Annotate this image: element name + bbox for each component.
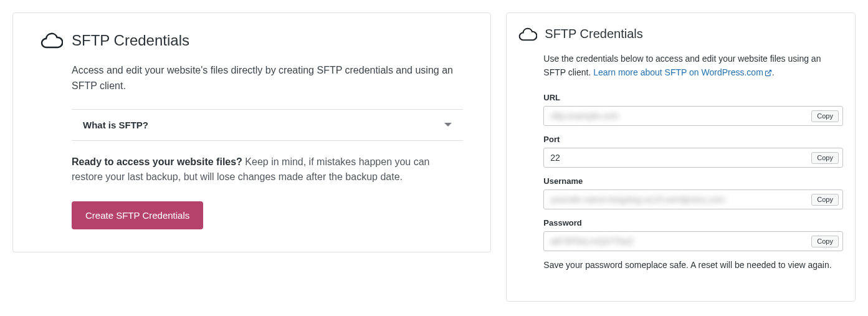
card-title-text: SFTP Credentials xyxy=(545,27,642,41)
username-field-block: Username yoursite-name-longslug-a123.wor… xyxy=(543,176,843,209)
card-title-row: SFTP Credentials xyxy=(41,32,463,49)
password-note: Save your password someplace safe. A res… xyxy=(543,260,843,270)
url-field-block: URL sftp.example.com Copy xyxy=(543,93,843,126)
password-field-block: Password aB7kP9xLmQ2rT5wZ Copy xyxy=(543,218,843,251)
what-is-sftp-accordion: What is SFTP? xyxy=(72,109,463,141)
create-sftp-credentials-button[interactable]: Create SFTP Credentials xyxy=(72,201,203,229)
cloud-icon xyxy=(518,27,537,41)
port-field: 22 Copy xyxy=(543,148,843,168)
copy-port-button[interactable]: Copy xyxy=(811,152,839,164)
copy-username-button[interactable]: Copy xyxy=(811,194,839,206)
card-title-text: SFTP Credentials xyxy=(72,32,189,49)
username-label: Username xyxy=(543,176,843,186)
port-value: 22 xyxy=(550,153,811,163)
username-field: yoursite-name-longslug-a123.wordpress.co… xyxy=(543,189,843,209)
learn-more-link[interactable]: Learn more about SFTP on WordPress.com xyxy=(593,67,772,77)
credentials-description: Use the credentials below to access and … xyxy=(543,52,843,80)
username-value: yoursite-name-longslug-a123.wordpress.co… xyxy=(550,194,811,204)
what-is-sftp-toggle[interactable]: What is SFTP? xyxy=(72,110,463,140)
card-description: Access and edit your website's files dir… xyxy=(72,63,463,94)
port-label: Port xyxy=(543,135,843,144)
copy-password-button[interactable]: Copy xyxy=(811,236,839,247)
ready-bold: Ready to access your website files? xyxy=(72,156,242,167)
url-field: sftp.example.com Copy xyxy=(543,106,843,126)
chevron-down-icon xyxy=(444,123,452,127)
sftp-credentials-card: SFTP Credentials Use the credentials bel… xyxy=(506,12,856,302)
svg-line-0 xyxy=(768,70,771,74)
port-field-block: Port 22 Copy xyxy=(543,135,843,168)
password-label: Password xyxy=(543,218,843,227)
cloud-icon xyxy=(41,32,63,49)
url-value: sftp.example.com xyxy=(550,111,811,121)
accordion-label: What is SFTP? xyxy=(83,120,148,130)
desc-suffix: . xyxy=(772,67,775,77)
card-title-row: SFTP Credentials xyxy=(518,27,843,41)
url-label: URL xyxy=(543,93,843,102)
sftp-create-card: SFTP Credentials Access and edit your we… xyxy=(12,12,491,252)
password-field: aB7kP9xLmQ2rT5wZ Copy xyxy=(543,231,843,251)
password-value: aB7kP9xLmQ2rT5wZ xyxy=(550,236,811,246)
copy-url-button[interactable]: Copy xyxy=(811,110,839,122)
external-link-icon xyxy=(765,67,772,81)
ready-text: Ready to access your website files? Keep… xyxy=(72,155,463,186)
